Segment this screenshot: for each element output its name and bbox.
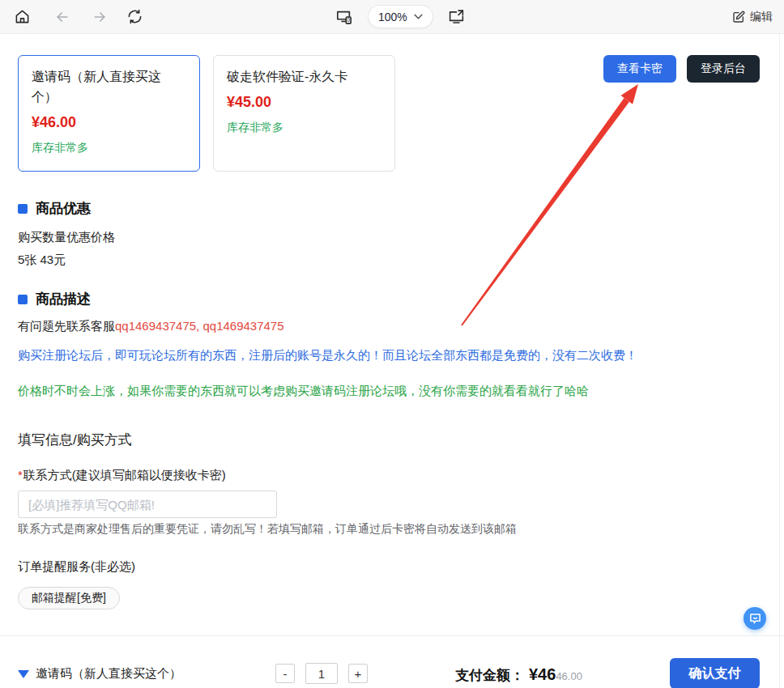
admin-login-button[interactable]: 登录后台 [687,55,760,83]
edit-label: 编辑 [750,10,773,24]
checkout-bar: 邀请码（新人直接买这个） - + 支付金额： ¥46 46.00 确认支付 [0,635,784,688]
required-asterisk: * [18,468,23,482]
back-arrow-icon[interactable] [51,6,74,28]
description-green-line: 价格时不时会上涨，如果你需要的东西就可以考虑购买邀请码注册论坛哦，没有你需要的就… [18,384,771,399]
confirm-pay-button[interactable]: 确认支付 [670,658,760,688]
selected-product-row[interactable]: 邀请码（新人直接买这个） [18,666,181,682]
product-stock: 库存非常多 [227,121,381,135]
toolbar: 0 100% 编辑 [0,0,784,34]
description-blue-line: 购买注册论坛后，即可玩论坛所有的东西，注册后的账号是永久的！而且论坛全部东西都是… [18,348,771,363]
product-card-software-license[interactable]: 破走软件验证-永久卡 ¥45.00 库存非常多 [213,55,395,172]
product-title: 邀请码（新人直接买这个） [32,67,186,108]
quantity-plus-button[interactable]: + [348,664,368,683]
refresh-icon[interactable] [124,6,146,28]
contact-field-label: *联系方式(建议填写邮箱以便接收卡密) [18,468,226,483]
pay-amount-group: 支付金额： ¥46 46.00 [455,665,582,685]
chat-bubble-icon [749,613,761,624]
product-title: 破走软件验证-永久卡 [227,67,381,87]
open-display-icon[interactable] [445,6,468,28]
quantity-minus-button[interactable]: - [275,664,295,683]
pay-amount-decimal: 46.00 [556,670,582,682]
description-section-title: 商品描述 [36,290,91,308]
top-action-buttons: 查看卡密 登录后台 [603,55,760,83]
reminder-section-title: 订单提醒服务(非必选) [18,559,135,575]
selected-product-name: 邀请码（新人直接买这个） [36,666,181,682]
description-contact-line: 有问题先联系客服qq1469437475, qq1469437475 [18,319,284,334]
quantity-input[interactable] [305,663,338,684]
contact-label-text: 联系方式(建议填写邮箱以便接收卡密) [23,468,226,482]
product-price: ¥46.00 [32,114,186,131]
pay-amount-label: 支付金额： [455,666,524,685]
promo-section-title: 商品优惠 [36,199,91,218]
promo-line-price: 5张 43元 [18,253,66,268]
svg-text:0: 0 [347,17,350,23]
product-card-invite-code[interactable]: 邀请码（新人直接买这个） ¥46.00 库存非常多 [18,55,200,172]
devices-icon[interactable]: 0 [332,6,356,28]
right-edge-divider [779,34,780,688]
edit-pencil-icon [732,11,745,23]
triangle-down-icon [18,670,29,678]
chevron-down-icon [414,14,423,19]
contact-qq-text: qq1469437475, qq1469437475 [115,319,284,333]
contact-prefix-text: 有问题先联系客服 [18,319,115,333]
quantity-stepper: - + [275,663,368,684]
chat-support-button[interactable] [744,607,766,630]
description-section-header: 商品描述 [18,290,91,308]
zoom-level-value: 100% [378,11,407,23]
pay-amount-value: ¥46 [529,665,556,684]
email-reminder-chip[interactable]: 邮箱提醒[免费] [18,587,120,609]
product-card-list: 邀请码（新人直接买这个） ¥46.00 库存非常多 破走软件验证-永久卡 ¥45… [18,55,395,172]
blue-square-bullet-icon [18,295,28,304]
edit-button[interactable]: 编辑 [732,10,773,24]
promo-line-quantity: 购买数量优惠价格 [18,230,115,245]
product-stock: 库存非常多 [32,141,186,155]
form-section-title: 填写信息/购买方式 [18,431,132,449]
promo-section-header: 商品优惠 [18,199,91,218]
contact-input[interactable] [18,491,277,518]
view-card-secret-button[interactable]: 查看卡密 [603,55,676,83]
home-icon[interactable] [11,6,33,28]
product-price: ¥45.00 [227,94,381,111]
zoom-level-dropdown[interactable]: 100% [368,5,433,28]
blue-square-bullet-icon [18,204,28,214]
forward-arrow-icon[interactable] [88,6,111,28]
contact-help-text: 联系方式是商家处理售后的重要凭证，请勿乱写！若填写邮箱，订单通过后卡密将自动发送… [18,522,771,537]
